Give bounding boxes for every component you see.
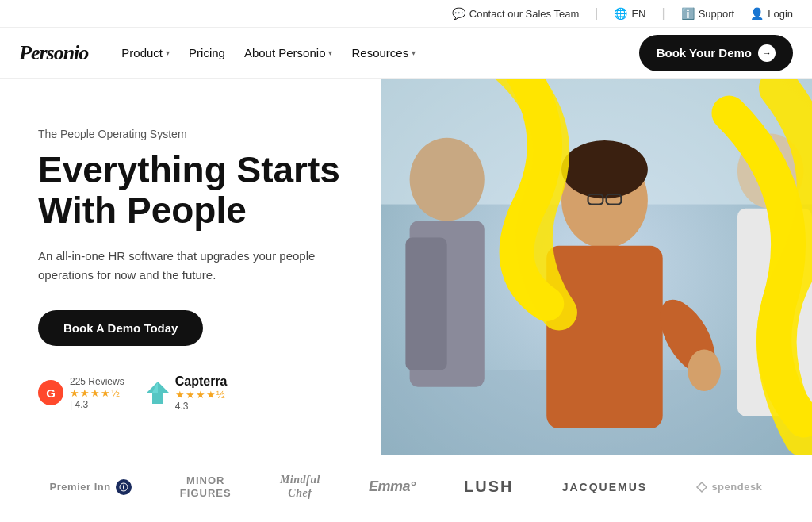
- contact-sales-link[interactable]: 💬 Contact our Sales Team: [452, 7, 580, 20]
- chevron-down-icon: ▾: [328, 48, 332, 57]
- user-icon: 👤: [750, 7, 764, 20]
- brand-minor-figures: MINORFIGURES: [180, 474, 232, 499]
- chevron-down-icon: ▾: [412, 48, 416, 57]
- nav-pricing[interactable]: Pricing: [181, 40, 233, 66]
- hero-left: The People Operating System Everything S…: [0, 79, 381, 455]
- g2-rating: | 4.3: [70, 399, 124, 410]
- capterra-badge: Capterra ★★★★½ 4.3: [147, 374, 228, 412]
- logo[interactable]: Personio: [19, 41, 88, 65]
- capterra-label: Capterra: [175, 374, 228, 389]
- svg-point-9: [561, 140, 648, 198]
- top-bar: 💬 Contact our Sales Team | 🌐 EN | ℹ️ Sup…: [0, 0, 812, 28]
- g2-info: 225 Reviews ★★★★½ | 4.3: [70, 376, 124, 410]
- hero-title: Everything Starts With People: [38, 150, 349, 230]
- main-nav: Personio Product ▾ Pricing About Personi…: [0, 28, 812, 79]
- svg-point-14: [688, 350, 721, 391]
- brand-lush: LUSH: [464, 478, 513, 496]
- nav-links: Product ▾ Pricing About Personio ▾ Resou…: [113, 40, 638, 66]
- support-link[interactable]: ℹ️ Support: [681, 7, 735, 20]
- review-badges: G 225 Reviews ★★★★½ | 4.3 Capterra: [38, 374, 349, 412]
- main-content: The People Operating System Everything S…: [0, 79, 812, 455]
- capterra-logo: [147, 382, 169, 404]
- spendesk-icon: [695, 481, 708, 493]
- brand-mindful-chef: MindfulChef: [280, 474, 320, 501]
- premier-inn-logo: [116, 479, 132, 495]
- capterra-rating: 4.3: [175, 401, 228, 412]
- chevron-down-icon: ▾: [166, 48, 170, 57]
- brand-jacquemus: JACQUEMUS: [562, 481, 647, 493]
- info-icon: ℹ️: [681, 7, 695, 20]
- book-demo-hero-button[interactable]: Book A Demo Today: [38, 310, 203, 346]
- globe-icon: 🌐: [614, 7, 627, 20]
- login-link[interactable]: 👤 Login: [750, 7, 793, 20]
- capterra-svg: [147, 382, 169, 404]
- brand-emma: Emma°: [369, 478, 416, 495]
- svg-rect-7: [405, 237, 446, 370]
- brand-premier-inn: Premier Inn: [50, 479, 132, 495]
- nav-resources[interactable]: Resources ▾: [343, 40, 423, 66]
- arrow-right-icon: →: [758, 44, 776, 62]
- brand-spendesk: spendesk: [695, 481, 762, 493]
- nav-about[interactable]: About Personio ▾: [236, 40, 341, 66]
- g2-stars: ★★★★½: [70, 387, 124, 399]
- book-demo-nav-button[interactable]: Book Your Demo →: [639, 35, 793, 71]
- brands-bar: Premier Inn MINORFIGURES MindfulChef Emm…: [0, 455, 812, 518]
- capterra-stars: ★★★★½: [175, 389, 228, 401]
- svg-point-5: [410, 138, 485, 221]
- g2-logo: G: [38, 380, 63, 405]
- nav-product[interactable]: Product ▾: [113, 40, 178, 66]
- chat-icon: 💬: [452, 7, 465, 20]
- capterra-info: Capterra ★★★★½ 4.3: [175, 374, 228, 412]
- hero-photo-bg: [381, 79, 812, 455]
- hero-svg: [381, 79, 812, 455]
- g2-review-count: 225 Reviews: [70, 376, 124, 387]
- g2-badge: G 225 Reviews ★★★★½ | 4.3: [38, 376, 124, 410]
- hero-image-area: [381, 79, 812, 455]
- language-selector[interactable]: 🌐 EN: [614, 7, 645, 20]
- hero-eyebrow: The People Operating System: [38, 128, 349, 140]
- hero-subtitle: An all-in-one HR software that upgrades …: [38, 247, 339, 285]
- svg-rect-12: [546, 246, 662, 428]
